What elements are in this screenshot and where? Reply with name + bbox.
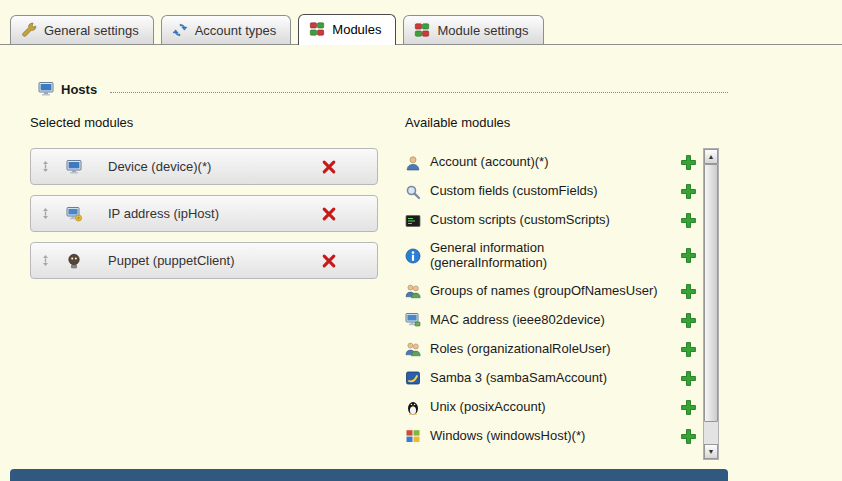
available-module-row: MAC address (ieee802device) <box>405 306 697 335</box>
lam-config-page: General settings Account types Modules M… <box>0 0 842 460</box>
account-icon <box>405 155 421 171</box>
available-module-row: Roles (organizationalRoleUser) <box>405 335 697 364</box>
arrow-up-icon: ▲ <box>708 153 715 160</box>
roles-icon <box>405 341 421 357</box>
ip-address-icon <box>66 206 82 222</box>
available-modules-list: Account (account)(*) Custom fields (cust… <box>405 148 697 460</box>
remove-module-button[interactable] <box>321 206 337 222</box>
tab-content: Hosts Selected modules Device (device)(*… <box>0 45 842 460</box>
section-title: Hosts <box>61 82 97 97</box>
custom-scripts-icon <box>405 213 421 229</box>
add-module-button[interactable] <box>680 399 697 416</box>
modules-icon <box>309 21 325 37</box>
selected-module-row[interactable]: IP address (ipHost) <box>30 195 378 232</box>
host-icon <box>38 81 54 97</box>
section-divider <box>110 92 728 93</box>
modules-columns: Selected modules Device (device)(*) IP a… <box>30 115 842 460</box>
available-modules-column: Available modules Account (account)(*) C… <box>405 115 719 460</box>
add-module-button[interactable] <box>680 312 697 329</box>
available-module-row: Custom fields (customFields) <box>405 177 697 206</box>
remove-module-button[interactable] <box>321 159 337 175</box>
drag-handle-icon[interactable] <box>39 207 52 220</box>
arrow-down-icon: ▼ <box>708 448 715 455</box>
available-module-row: Account (account)(*) <box>405 148 697 177</box>
add-module-button[interactable] <box>680 370 697 387</box>
available-module-row: Groups of names (groupOfNamesUser) <box>405 277 697 306</box>
available-modules-scrollbar[interactable]: ▲ ▼ <box>703 148 719 460</box>
tab-module-settings[interactable]: Module settings <box>403 15 543 44</box>
hosts-section-heading: Hosts <box>38 81 728 97</box>
tab-modules[interactable]: Modules <box>298 14 396 45</box>
device-icon <box>66 159 82 175</box>
selected-modules-list: Device (device)(*) IP address (ipHost) P… <box>30 148 378 279</box>
scroll-down-button[interactable]: ▼ <box>704 444 718 459</box>
mac-address-icon <box>405 312 421 328</box>
module-settings-icon <box>414 22 430 38</box>
remove-module-button[interactable] <box>321 253 337 269</box>
sync-icon <box>172 22 188 38</box>
custom-fields-icon <box>405 184 421 200</box>
add-module-button[interactable] <box>680 341 697 358</box>
selected-module-row[interactable]: Puppet (puppetClient) <box>30 242 378 279</box>
add-module-button[interactable] <box>680 154 697 171</box>
scrollbar-thumb[interactable] <box>704 164 718 422</box>
groups-icon <box>405 283 421 299</box>
available-module-row: Unix (posixAccount) <box>405 393 697 422</box>
available-modules-wrap: Account (account)(*) Custom fields (cust… <box>405 148 719 460</box>
selected-module-row[interactable]: Device (device)(*) <box>30 148 378 185</box>
drag-handle-icon[interactable] <box>39 160 52 173</box>
available-modules-heading: Available modules <box>405 115 719 130</box>
drag-handle-icon[interactable] <box>39 254 52 267</box>
tab-general-settings[interactable]: General settings <box>10 15 154 44</box>
tab-account-types[interactable]: Account types <box>161 15 292 44</box>
available-module-row: Samba 3 (sambaSamAccount) <box>405 364 697 393</box>
add-module-button[interactable] <box>680 283 697 300</box>
add-module-button[interactable] <box>680 428 697 445</box>
available-module-row: General information (generalInformation) <box>405 235 697 277</box>
available-module-row: Custom scripts (customScripts) <box>405 206 697 235</box>
selected-modules-heading: Selected modules <box>30 115 378 130</box>
add-module-button[interactable] <box>680 183 697 200</box>
samba-icon <box>405 370 421 386</box>
tab-bar: General settings Account types Modules M… <box>0 0 842 45</box>
add-module-button[interactable] <box>680 212 697 229</box>
add-module-button[interactable] <box>680 247 697 264</box>
wrench-icon <box>21 22 37 38</box>
selected-modules-column: Selected modules Device (device)(*) IP a… <box>30 115 378 460</box>
puppet-icon <box>66 253 82 269</box>
windows-icon <box>405 428 421 444</box>
next-section-header-bar <box>10 469 728 481</box>
info-icon <box>405 248 421 264</box>
scrollbar-track[interactable] <box>704 164 718 444</box>
available-module-row: Windows (windowsHost)(*) <box>405 422 697 451</box>
unix-icon <box>405 399 421 415</box>
scroll-up-button[interactable]: ▲ <box>704 149 718 164</box>
